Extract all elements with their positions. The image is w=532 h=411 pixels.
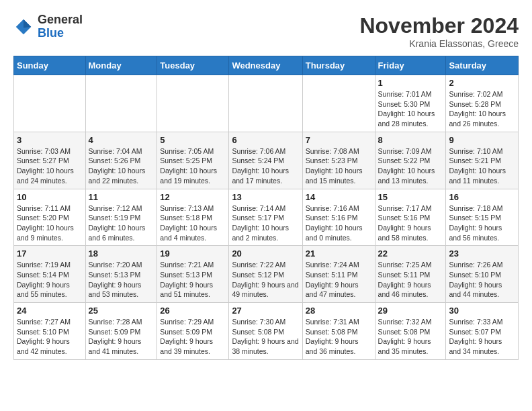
day-info: Sunrise: 7:20 AMSunset: 5:13 PMDaylight:… (89, 260, 154, 300)
weekday-header: Monday (85, 56, 157, 75)
calendar-cell: 8Sunrise: 7:09 AMSunset: 5:22 PMDaylight… (375, 132, 446, 189)
day-info: Sunrise: 7:19 AMSunset: 5:14 PMDaylight:… (17, 260, 83, 300)
day-info: Sunrise: 7:24 AMSunset: 5:11 PMDaylight:… (306, 260, 372, 300)
day-number: 22 (378, 248, 443, 259)
day-number: 14 (306, 192, 372, 202)
weekday-header: Sunday (14, 56, 86, 75)
calendar-cell: 28Sunrise: 7:31 AMSunset: 5:08 PMDayligh… (302, 303, 375, 360)
calendar-cell: 25Sunrise: 7:28 AMSunset: 5:09 PMDayligh… (85, 303, 157, 360)
calendar-cell: 11Sunrise: 7:12 AMSunset: 5:19 PMDayligh… (85, 189, 157, 246)
calendar-cell (14, 75, 86, 132)
day-info: Sunrise: 7:01 AMSunset: 5:30 PMDaylight:… (378, 89, 443, 129)
day-info: Sunrise: 7:18 AMSunset: 5:15 PMDaylight:… (449, 203, 515, 243)
day-info: Sunrise: 7:31 AMSunset: 5:08 PMDaylight:… (306, 317, 372, 357)
calendar-cell: 16Sunrise: 7:18 AMSunset: 5:15 PMDayligh… (446, 189, 519, 246)
day-info: Sunrise: 7:12 AMSunset: 5:19 PMDaylight:… (89, 203, 154, 243)
day-info: Sunrise: 7:32 AMSunset: 5:08 PMDaylight:… (378, 317, 443, 357)
calendar-cell: 7Sunrise: 7:08 AMSunset: 5:23 PMDaylight… (302, 132, 375, 189)
day-info: Sunrise: 7:17 AMSunset: 5:16 PMDaylight:… (378, 203, 443, 243)
calendar-cell (157, 75, 229, 132)
weekday-header: Thursday (302, 56, 375, 75)
day-number: 7 (306, 135, 372, 145)
weekday-header-row: SundayMondayTuesdayWednesdayThursdayFrid… (14, 56, 519, 75)
day-number: 9 (449, 135, 515, 145)
day-number: 3 (17, 135, 83, 145)
calendar-cell: 17Sunrise: 7:19 AMSunset: 5:14 PMDayligh… (14, 246, 86, 303)
logo-icon (13, 17, 34, 37)
svg-marker-1 (24, 19, 31, 28)
weekday-header: Tuesday (157, 56, 229, 75)
calendar-week-row: 1Sunrise: 7:01 AMSunset: 5:30 PMDaylight… (14, 75, 519, 132)
page-header: General Blue November 2024 Krania Elasso… (13, 13, 519, 49)
logo: General Blue (13, 13, 83, 40)
calendar-week-row: 17Sunrise: 7:19 AMSunset: 5:14 PMDayligh… (14, 246, 519, 303)
calendar-cell: 9Sunrise: 7:10 AMSunset: 5:21 PMDaylight… (446, 132, 519, 189)
calendar-cell (302, 75, 375, 132)
day-info: Sunrise: 7:30 AMSunset: 5:08 PMDaylight:… (232, 317, 299, 357)
calendar-cell: 14Sunrise: 7:16 AMSunset: 5:16 PMDayligh… (302, 189, 375, 246)
calendar-cell: 19Sunrise: 7:21 AMSunset: 5:13 PMDayligh… (157, 246, 229, 303)
day-info: Sunrise: 7:13 AMSunset: 5:18 PMDaylight:… (160, 203, 226, 243)
calendar-week-row: 24Sunrise: 7:27 AMSunset: 5:10 PMDayligh… (14, 303, 519, 360)
weekday-header: Wednesday (229, 56, 302, 75)
day-info: Sunrise: 7:14 AMSunset: 5:17 PMDaylight:… (232, 203, 299, 243)
day-number: 16 (449, 192, 515, 202)
calendar-cell: 2Sunrise: 7:02 AMSunset: 5:28 PMDaylight… (446, 75, 519, 132)
day-info: Sunrise: 7:11 AMSunset: 5:20 PMDaylight:… (17, 203, 83, 243)
calendar-table: SundayMondayTuesdayWednesdayThursdayFrid… (13, 56, 519, 360)
day-info: Sunrise: 7:16 AMSunset: 5:16 PMDaylight:… (306, 203, 372, 243)
calendar-cell: 13Sunrise: 7:14 AMSunset: 5:17 PMDayligh… (229, 189, 302, 246)
weekday-header: Saturday (446, 56, 519, 75)
day-number: 24 (17, 306, 83, 316)
day-number: 21 (306, 248, 372, 259)
calendar-cell: 21Sunrise: 7:24 AMSunset: 5:11 PMDayligh… (302, 246, 375, 303)
calendar-cell: 12Sunrise: 7:13 AMSunset: 5:18 PMDayligh… (157, 189, 229, 246)
day-info: Sunrise: 7:06 AMSunset: 5:24 PMDaylight:… (232, 146, 299, 186)
day-info: Sunrise: 7:21 AMSunset: 5:13 PMDaylight:… (160, 260, 226, 300)
day-info: Sunrise: 7:27 AMSunset: 5:10 PMDaylight:… (17, 317, 83, 357)
calendar-cell: 6Sunrise: 7:06 AMSunset: 5:24 PMDaylight… (229, 132, 302, 189)
day-info: Sunrise: 7:22 AMSunset: 5:12 PMDaylight:… (232, 260, 299, 300)
day-info: Sunrise: 7:03 AMSunset: 5:27 PMDaylight:… (17, 146, 83, 186)
calendar-week-row: 3Sunrise: 7:03 AMSunset: 5:27 PMDaylight… (14, 132, 519, 189)
calendar-cell: 5Sunrise: 7:05 AMSunset: 5:25 PMDaylight… (157, 132, 229, 189)
calendar-cell: 10Sunrise: 7:11 AMSunset: 5:20 PMDayligh… (14, 189, 86, 246)
day-number: 5 (160, 135, 226, 145)
day-info: Sunrise: 7:33 AMSunset: 5:07 PMDaylight:… (449, 317, 515, 357)
location: Krania Elassonas, Greece (359, 38, 519, 49)
day-number: 1 (378, 78, 443, 88)
day-number: 28 (306, 306, 372, 316)
day-number: 25 (89, 306, 154, 316)
day-number: 20 (232, 248, 299, 259)
calendar-cell: 22Sunrise: 7:25 AMSunset: 5:11 PMDayligh… (375, 246, 446, 303)
day-info: Sunrise: 7:02 AMSunset: 5:28 PMDaylight:… (449, 89, 515, 129)
calendar-cell: 3Sunrise: 7:03 AMSunset: 5:27 PMDaylight… (14, 132, 86, 189)
day-info: Sunrise: 7:05 AMSunset: 5:25 PMDaylight:… (160, 146, 226, 186)
day-info: Sunrise: 7:29 AMSunset: 5:09 PMDaylight:… (160, 317, 226, 357)
calendar-cell: 29Sunrise: 7:32 AMSunset: 5:08 PMDayligh… (375, 303, 446, 360)
day-info: Sunrise: 7:09 AMSunset: 5:22 PMDaylight:… (378, 146, 443, 186)
calendar-cell: 1Sunrise: 7:01 AMSunset: 5:30 PMDaylight… (375, 75, 446, 132)
day-number: 15 (378, 192, 443, 202)
day-info: Sunrise: 7:26 AMSunset: 5:10 PMDaylight:… (449, 260, 515, 300)
calendar-cell: 30Sunrise: 7:33 AMSunset: 5:07 PMDayligh… (446, 303, 519, 360)
logo-text: General Blue (38, 13, 83, 40)
calendar-cell: 27Sunrise: 7:30 AMSunset: 5:08 PMDayligh… (229, 303, 302, 360)
day-number: 4 (89, 135, 154, 145)
calendar-cell: 18Sunrise: 7:20 AMSunset: 5:13 PMDayligh… (85, 246, 157, 303)
day-info: Sunrise: 7:25 AMSunset: 5:11 PMDaylight:… (378, 260, 443, 300)
day-number: 12 (160, 192, 226, 202)
day-number: 23 (449, 248, 515, 259)
day-number: 18 (89, 248, 154, 259)
calendar-cell: 26Sunrise: 7:29 AMSunset: 5:09 PMDayligh… (157, 303, 229, 360)
day-number: 10 (17, 192, 83, 202)
day-number: 13 (232, 192, 299, 202)
calendar-cell: 15Sunrise: 7:17 AMSunset: 5:16 PMDayligh… (375, 189, 446, 246)
day-number: 8 (378, 135, 443, 145)
calendar-cell: 23Sunrise: 7:26 AMSunset: 5:10 PMDayligh… (446, 246, 519, 303)
day-info: Sunrise: 7:04 AMSunset: 5:26 PMDaylight:… (89, 146, 154, 186)
day-number: 27 (232, 306, 299, 316)
day-info: Sunrise: 7:08 AMSunset: 5:23 PMDaylight:… (306, 146, 372, 186)
calendar-cell (229, 75, 302, 132)
day-number: 29 (378, 306, 443, 316)
